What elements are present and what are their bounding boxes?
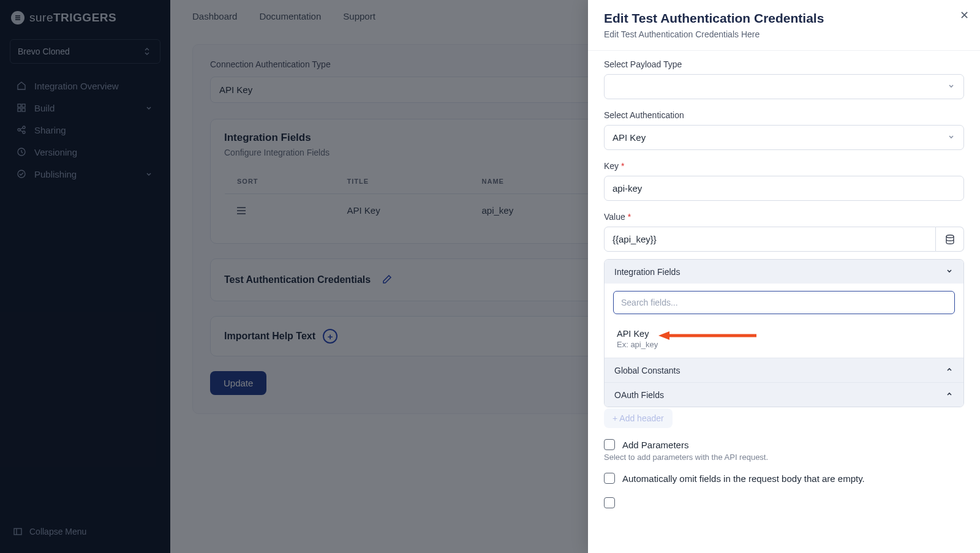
dd-item-sub: Ex: api_key xyxy=(617,340,951,349)
payload-type-label: Select Payload Type xyxy=(604,59,964,69)
value-input[interactable]: {{api_key}} xyxy=(604,227,936,252)
svg-point-11 xyxy=(946,235,954,237)
value-label: Value * xyxy=(604,212,964,222)
omit-empty-label: Automatically omit fields in the request… xyxy=(622,473,865,484)
chevron-up-icon xyxy=(945,389,954,400)
omit-empty-checkbox[interactable] xyxy=(604,473,615,484)
drawer-body: Select Payload Type Select Authenticatio… xyxy=(588,51,980,553)
key-value: api-key xyxy=(612,183,642,194)
add-params-checkbox[interactable] xyxy=(604,439,615,450)
key-label: Key * xyxy=(604,161,964,171)
chevron-down-icon xyxy=(945,266,954,277)
chevron-down-icon xyxy=(947,132,956,143)
add-params-hint: Select to add parameters with the API re… xyxy=(604,453,964,462)
dd-item-title: API Key xyxy=(617,329,951,339)
auth-value: API Key xyxy=(612,132,646,143)
extra-checkbox[interactable] xyxy=(604,497,615,508)
search-fields-input[interactable] xyxy=(613,291,955,314)
auth-label: Select Authentication xyxy=(604,110,964,120)
auth-select[interactable]: API Key xyxy=(604,125,964,150)
add-header-button[interactable]: + Add header xyxy=(604,408,673,428)
chevron-down-icon xyxy=(947,81,956,92)
dd-section-global-constants[interactable]: Global Constants xyxy=(605,358,963,382)
drawer-title: Edit Test Authentication Credentials xyxy=(604,11,964,26)
dd-section-integration-fields[interactable]: Integration Fields xyxy=(605,260,963,284)
dd-search-wrap xyxy=(605,284,963,322)
add-params-label: Add Parameters xyxy=(622,440,688,450)
close-icon[interactable]: ✕ xyxy=(960,9,969,22)
field-picker-dropdown: Integration Fields API Key Ex: api_key G… xyxy=(604,259,964,407)
chevron-up-icon xyxy=(945,365,954,375)
drawer-panel: Edit Test Authentication Credentials Edi… xyxy=(588,0,980,553)
database-icon-button[interactable] xyxy=(936,227,964,252)
drawer-subtitle: Edit Test Authentication Credentials Her… xyxy=(604,29,964,39)
key-input[interactable]: api-key xyxy=(604,176,964,201)
payload-type-select[interactable] xyxy=(604,74,964,99)
dd-item-api-key[interactable]: API Key Ex: api_key xyxy=(605,322,963,358)
drawer-header: Edit Test Authentication Credentials Edi… xyxy=(588,0,980,51)
value-value: {{api_key}} xyxy=(612,234,657,244)
dd-section-oauth-fields[interactable]: OAuth Fields xyxy=(605,382,963,407)
